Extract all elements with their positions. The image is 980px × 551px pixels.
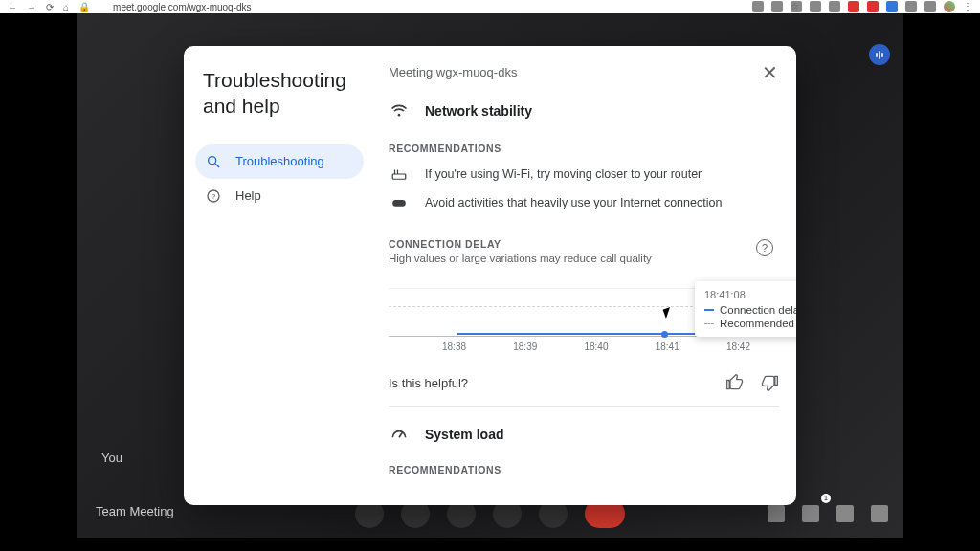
help-circle-icon: ? [205, 187, 222, 205]
thumbs-up-button[interactable] [725, 373, 745, 392]
ext-icon[interactable] [771, 1, 783, 12]
section-title: Network stability [425, 103, 532, 119]
audio-activity-icon [869, 44, 890, 65]
connection-delay-header: CONNECTION DELAY [389, 238, 779, 250]
lock-icon: 🔒 [78, 2, 90, 12]
kebab-icon[interactable]: ⋮ [963, 1, 972, 12]
router-icon [389, 165, 410, 183]
back-icon[interactable]: ← [8, 2, 17, 12]
recommendation-text: Avoid activities that heavily use your I… [425, 196, 722, 209]
avatar[interactable] [944, 1, 955, 12]
extension-icons: ☆ ⋮ [752, 1, 972, 12]
people-icon[interactable] [802, 505, 819, 522]
dialog-content: ✕ Meeting wgx-muoq-dks Network stability… [371, 46, 796, 505]
active-point [661, 331, 668, 338]
ext-icon[interactable]: ☆ [791, 1, 802, 12]
troubleshooting-dialog: Troubleshooting and help Troubleshooting… [184, 46, 796, 505]
browser-chrome: ← → ⟳ ⌂ 🔒 meet.google.com/wgx-muoq-dks ☆… [0, 0, 980, 13]
recommendation-row: If you're using Wi-Fi, try moving closer… [389, 165, 779, 183]
chat-icon[interactable] [836, 505, 854, 522]
home-icon[interactable]: ⌂ [63, 2, 69, 12]
activities-icon[interactable] [871, 505, 888, 522]
series-swatch-icon [704, 309, 714, 311]
section-network: Network stability [389, 100, 779, 121]
feedback-question: Is this helpful? [389, 376, 468, 390]
meet-stage: You Team Meeting 1 Troubleshooting and h… [77, 13, 903, 538]
svg-point-4 [398, 114, 401, 117]
ext-icon[interactable] [886, 1, 898, 12]
magnifier-gear-icon [205, 153, 222, 170]
svg-rect-8 [392, 200, 406, 207]
svg-line-9 [399, 432, 402, 437]
ext-icon[interactable] [752, 1, 764, 12]
sidebar-item-help[interactable]: ? Help [195, 179, 364, 213]
svg-rect-5 [392, 174, 406, 179]
dialog-title: Troubleshooting and help [203, 67, 360, 120]
info-icon[interactable] [768, 505, 785, 522]
info-help-button[interactable]: ? [756, 239, 773, 256]
ext-icon[interactable] [829, 1, 840, 12]
series-swatch-icon [704, 323, 714, 324]
ext-icon[interactable] [848, 1, 859, 12]
reload-icon[interactable]: ⟳ [46, 2, 54, 12]
sidebar-item-label: Troubleshooting [235, 154, 324, 168]
ext-icon[interactable] [924, 1, 936, 12]
ext-icon[interactable] [810, 1, 821, 12]
ext-icon[interactable] [867, 1, 879, 12]
svg-point-0 [209, 156, 216, 164]
tooltip-label: Recommended value [720, 318, 796, 329]
feedback-row: Is this helpful? [389, 373, 779, 392]
tooltip-time: 18:41:08 [704, 289, 796, 300]
wifi-icon [389, 100, 410, 121]
x-axis-ticks: 18:38 18:39 18:40 18:41 18:42 [389, 342, 779, 352]
recommendations-header: RECOMMENDATIONS [389, 143, 779, 154]
gauge-icon [389, 424, 410, 445]
thumbs-down-button[interactable] [760, 373, 779, 392]
dialog-sidebar: Troubleshooting and help Troubleshooting… [184, 46, 371, 505]
sidebar-item-troubleshooting[interactable]: Troubleshooting [195, 144, 364, 179]
meeting-id-label: Meeting wgx-muoq-dks [389, 65, 779, 79]
ext-icon[interactable] [905, 1, 917, 12]
nav-buttons: ← → ⟳ ⌂ 🔒 [8, 2, 90, 12]
recommendation-text: If you're using Wi-Fi, try moving closer… [425, 167, 702, 181]
connection-delay-subtext: High values or large variations may redu… [389, 253, 779, 264]
close-icon: ✕ [762, 61, 778, 84]
address-bar[interactable]: meet.google.com/wgx-muoq-dks [113, 2, 252, 12]
svg-text:?: ? [212, 191, 216, 200]
tooltip-label: Connection delay [720, 304, 796, 316]
svg-line-1 [215, 164, 219, 167]
self-tile-label: You [101, 451, 122, 465]
section-title: System load [425, 427, 503, 442]
chart-tooltip: 18:41:08 Connection delay 24 ms Recommen… [695, 281, 796, 337]
sidebar-item-label: Help [235, 188, 261, 203]
section-system-load: System load [389, 424, 779, 445]
recommendations-header: RECOMMENDATIONS [389, 464, 779, 475]
gamepad-icon [389, 194, 410, 211]
recommendation-row: Avoid activities that heavily use your I… [389, 194, 779, 211]
forward-icon[interactable]: → [27, 2, 36, 12]
mouse-cursor-icon [664, 308, 672, 320]
close-button[interactable]: ✕ [756, 59, 783, 86]
